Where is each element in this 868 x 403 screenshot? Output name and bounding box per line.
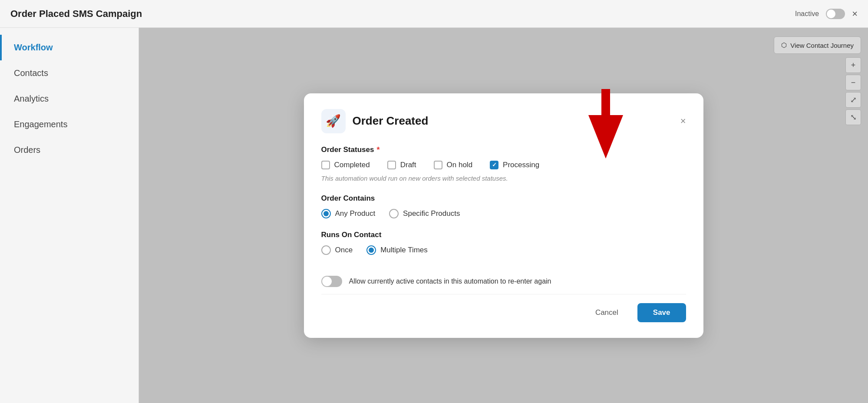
rocket-icon: 🚀 [326, 114, 341, 128]
runs-on-contact-label: Runs On Contact [321, 231, 686, 239]
runs-on-contact-section: Runs On Contact Once Multiple Times [321, 231, 686, 255]
radio-once-circle[interactable] [321, 245, 331, 255]
order-contains-section: Order Contains Any Product Specific Prod… [321, 194, 686, 218]
top-bar: Order Placed SMS Campaign Inactive × [0, 0, 868, 28]
modal-close-button[interactable]: × [680, 116, 686, 126]
checkbox-on-hold-box[interactable] [434, 161, 442, 169]
modal-icon: 🚀 [321, 109, 346, 133]
modal-footer: Cancel Save [321, 303, 686, 322]
radio-specific-products-circle[interactable] [389, 209, 399, 218]
order-statuses-section: Order Statuses * Completed Draft [321, 145, 686, 182]
sidebar: Workflow Contacts Analytics Engagements … [0, 28, 139, 403]
checkboxes-row: Completed Draft On hold Processing [321, 161, 686, 169]
sidebar-item-contacts[interactable]: Contacts [0, 60, 139, 86]
runs-on-contact-radios: Once Multiple Times [321, 245, 686, 255]
modal-divider [321, 294, 686, 294]
order-contains-radios: Any Product Specific Products [321, 209, 686, 218]
sidebar-item-engagements[interactable]: Engagements [0, 112, 139, 137]
checkbox-on-hold[interactable]: On hold [434, 161, 473, 169]
required-star: * [376, 145, 380, 155]
modal-overlay: 🚀 Order Created × Order Statuses * [139, 28, 868, 403]
order-contains-label: Order Contains [321, 194, 686, 203]
radio-any-product[interactable]: Any Product [321, 209, 376, 218]
order-created-modal: 🚀 Order Created × Order Statuses * [304, 93, 703, 338]
radio-specific-products[interactable]: Specific Products [389, 209, 460, 218]
top-bar-right: Inactive × [795, 9, 858, 19]
status-label: Inactive [795, 10, 819, 18]
sidebar-item-workflow[interactable]: Workflow [0, 35, 139, 60]
checkbox-completed[interactable]: Completed [321, 161, 370, 169]
reenter-toggle-label: Allow currently active contacts in this … [349, 277, 551, 285]
app-title: Order Placed SMS Campaign [10, 8, 142, 20]
sidebar-item-orders[interactable]: Orders [0, 137, 139, 163]
main-layout: Workflow Contacts Analytics Engagements … [0, 28, 868, 403]
checkbox-processing[interactable]: Processing [490, 161, 539, 169]
cancel-button[interactable]: Cancel [583, 303, 630, 322]
order-statuses-helper: This automation would run on new orders … [321, 175, 686, 182]
content-area: ⬡ View Contact Journey + − ⤢ ⤡ [139, 28, 868, 403]
radio-multiple-times[interactable]: Multiple Times [366, 245, 428, 255]
checkbox-draft[interactable]: Draft [387, 161, 416, 169]
save-button[interactable]: Save [637, 303, 686, 322]
checkbox-processing-box[interactable] [490, 161, 498, 169]
radio-once[interactable]: Once [321, 245, 353, 255]
modal-title: Order Created [353, 114, 429, 128]
reenter-toggle-row: Allow currently active contacts in this … [321, 267, 686, 291]
order-statuses-label: Order Statuses * [321, 145, 686, 155]
radio-multiple-times-circle[interactable] [366, 245, 376, 255]
checkbox-draft-box[interactable] [387, 161, 396, 169]
active-toggle[interactable] [826, 9, 845, 19]
modal-header-left: 🚀 Order Created [321, 109, 429, 133]
close-icon[interactable]: × [852, 9, 858, 19]
modal-header: 🚀 Order Created × [321, 109, 686, 133]
radio-any-product-circle[interactable] [321, 209, 331, 218]
checkbox-completed-box[interactable] [321, 161, 330, 169]
reenter-toggle[interactable] [321, 276, 342, 287]
sidebar-item-analytics[interactable]: Analytics [0, 86, 139, 112]
